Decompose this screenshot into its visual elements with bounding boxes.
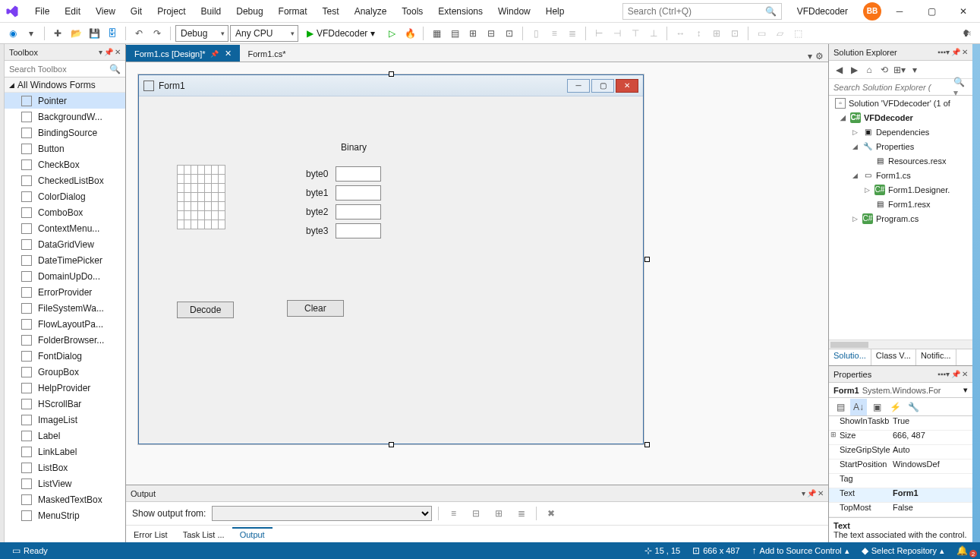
tree-form1-designer[interactable]: ▷C#Form1.Designer.: [829, 182, 972, 197]
toolbox-item[interactable]: ImageList: [5, 412, 125, 428]
pin-icon[interactable]: 📌: [210, 50, 219, 58]
order-icon-1[interactable]: ⊞: [708, 25, 725, 42]
output-tool-2[interactable]: ⊟: [468, 505, 484, 522]
feedback-icon[interactable]: 🗣: [959, 25, 975, 42]
sub-tab-solution[interactable]: Solutio...: [829, 349, 871, 365]
panel-menu-icon[interactable]: ▪▪▪▾: [937, 370, 950, 378]
tab-settings-icon[interactable]: ⚙: [815, 51, 824, 62]
config-combo[interactable]: Debug: [175, 25, 228, 42]
form-window[interactable]: Form1 ─ ▢ ✕ Binary Decode Clear byte0byt…: [138, 74, 644, 444]
menu-build[interactable]: Build: [194, 3, 229, 20]
panel-close-icon[interactable]: ✕: [962, 48, 968, 56]
tree-form1-resx[interactable]: ▤Form1.resx: [829, 197, 972, 211]
extra-icon-1[interactable]: ▭: [753, 25, 770, 42]
open-icon[interactable]: 📂: [68, 25, 84, 42]
property-row[interactable]: ShowInTaskbTrue: [829, 416, 972, 431]
bottom-tab[interactable]: Error List: [126, 528, 175, 541]
toolbox-item[interactable]: BackgroundW...: [5, 109, 125, 125]
toolbox-search-input[interactable]: [9, 65, 121, 74]
extra-icon-3[interactable]: ⬚: [789, 25, 806, 42]
undo-icon[interactable]: ↶: [131, 25, 147, 42]
nav-back-icon[interactable]: ◉: [5, 25, 21, 42]
sb-notifications-icon[interactable]: 🔔: [950, 545, 974, 556]
extra-icon-2[interactable]: ▱: [771, 25, 788, 42]
spacing-icon-1[interactable]: ⊢: [591, 25, 607, 42]
toolbox-item[interactable]: Pointer: [5, 93, 125, 109]
panel-menu-icon[interactable]: ▾: [802, 489, 805, 497]
menu-test[interactable]: Test: [315, 3, 347, 20]
spacing-icon-4[interactable]: ⊥: [645, 25, 662, 42]
sync-icon[interactable]: ⟲: [878, 63, 891, 77]
close-icon[interactable]: ✕: [225, 49, 232, 58]
output-clear-icon[interactable]: ✖: [543, 505, 559, 522]
property-row[interactable]: StartPositionWindowsDef: [829, 460, 972, 474]
properties-object-combo[interactable]: Form1System.Windows.For▾: [829, 383, 972, 398]
property-row[interactable]: TopMostFalse: [829, 503, 972, 517]
toolbox-item[interactable]: CheckBox: [5, 156, 125, 172]
output-tool-3[interactable]: ⊞: [490, 505, 507, 522]
bottom-tab[interactable]: Task List ...: [175, 528, 232, 541]
toolbox-item[interactable]: ComboBox: [5, 204, 125, 220]
toolbox-item[interactable]: GroupBox: [5, 364, 125, 380]
toolbox-item[interactable]: ErrorProvider: [5, 284, 125, 300]
panel-close-icon[interactable]: ✕: [818, 489, 824, 497]
menu-project[interactable]: Project: [150, 3, 193, 20]
back-icon[interactable]: ◀: [832, 63, 846, 77]
start-nodebug-icon[interactable]: ▷: [383, 25, 400, 42]
filter-icon[interactable]: ▾: [908, 63, 922, 77]
save-icon[interactable]: 💾: [86, 25, 102, 42]
toolbox-item[interactable]: Button: [5, 141, 125, 156]
toolbox-item[interactable]: Label: [5, 428, 125, 444]
solution-tree[interactable]: ▫Solution 'VFDdecoder' (1 of ◢C#VFDdecod…: [829, 96, 972, 340]
start-debug-button[interactable]: ▶VFDdecoder ▾: [300, 25, 382, 42]
toolbox-category[interactable]: ◢All Windows Forms: [5, 77, 125, 93]
properties-grid[interactable]: ShowInTaskbTrue⊞Size666, 487SizeGripStyl…: [829, 416, 972, 517]
pin-icon[interactable]: 📌: [807, 489, 816, 497]
toolbox-item[interactable]: DataGridView: [5, 236, 125, 252]
tree-dependencies[interactable]: ▷▣Dependencies: [829, 125, 972, 139]
maximize-button[interactable]: ▢: [918, 2, 945, 21]
tree-solution[interactable]: ▫Solution 'VFDdecoder' (1 of: [829, 96, 972, 110]
solution-search[interactable]: 🔍▾: [829, 79, 972, 96]
tool-icon-3[interactable]: ⊞: [465, 25, 481, 42]
toolbox-item[interactable]: ColorDialog: [5, 188, 125, 204]
tree-hscroll[interactable]: [829, 340, 972, 349]
tree-project[interactable]: ◢C#VFDdecoder: [829, 110, 972, 125]
toolbox-item[interactable]: FontDialog: [5, 348, 125, 364]
menu-extensions[interactable]: Extensions: [430, 3, 490, 20]
hot-reload-icon[interactable]: 🔥: [402, 25, 418, 42]
bottom-tab[interactable]: Output: [232, 527, 273, 541]
designer-surface[interactable]: Form1 ─ ▢ ✕ Binary Decode Clear byte0byt…: [126, 62, 828, 485]
output-tool-1[interactable]: ≡: [445, 505, 462, 522]
toolbox-item[interactable]: FlowLayoutPa...: [5, 316, 125, 332]
panel-menu-icon[interactable]: ▾: [99, 48, 102, 56]
menu-git[interactable]: Git: [123, 3, 150, 20]
tree-program[interactable]: ▷C#Program.cs: [829, 211, 972, 226]
output-tool-4[interactable]: ≣: [513, 505, 530, 522]
tab-overflow-icon[interactable]: ▾: [808, 51, 812, 62]
toolbox-item[interactable]: MenuStrip: [5, 507, 125, 523]
menu-format[interactable]: Format: [271, 3, 315, 20]
tree-resources[interactable]: ▤Resources.resx: [829, 153, 972, 168]
toolbox-item[interactable]: CheckedListBox: [5, 172, 125, 188]
menu-file[interactable]: File: [27, 3, 57, 20]
toolbox-search[interactable]: 🔍: [5, 61, 125, 77]
sb-repo[interactable]: ◆Select Repository ▴: [856, 545, 950, 556]
menu-window[interactable]: Window: [490, 3, 538, 20]
menu-help[interactable]: Help: [538, 3, 572, 20]
sub-tab-notifications[interactable]: Notific...: [916, 349, 956, 365]
panel-close-icon[interactable]: ✕: [962, 370, 968, 378]
menu-edit[interactable]: Edit: [57, 3, 88, 20]
center-icon-1[interactable]: ↔: [672, 25, 689, 42]
output-source-combo[interactable]: [212, 506, 432, 521]
tab-form-design[interactable]: Form1.cs [Design]*📌✕: [126, 45, 240, 62]
sub-tab-classview[interactable]: Class V...: [871, 349, 916, 365]
fwd-icon[interactable]: ▶: [847, 63, 861, 77]
pin-icon[interactable]: 📌: [951, 370, 960, 378]
tool-icon-1[interactable]: ▦: [428, 25, 445, 42]
tool-icon-5[interactable]: ⊡: [501, 25, 518, 42]
clear-button[interactable]: Clear: [287, 300, 344, 317]
menu-analyze[interactable]: Analyze: [347, 3, 395, 20]
platform-combo[interactable]: Any CPU: [230, 25, 298, 42]
solution-search-input[interactable]: [833, 83, 953, 92]
